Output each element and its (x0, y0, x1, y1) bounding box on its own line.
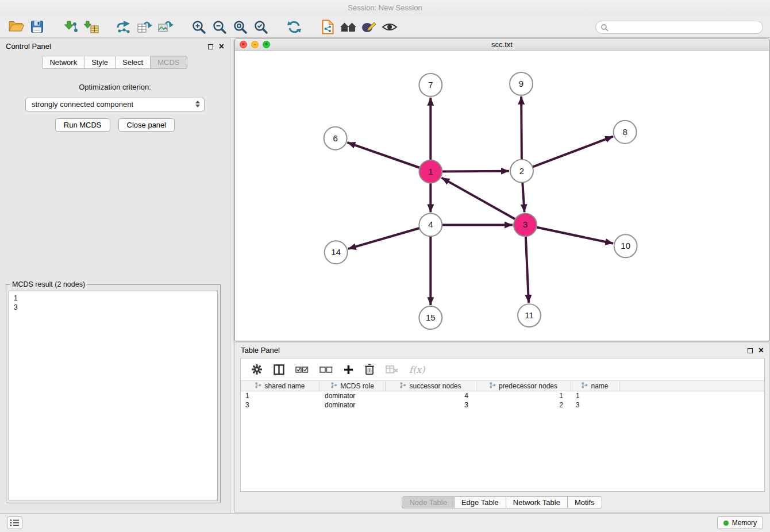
tab-node-table[interactable]: Node Table (402, 496, 455, 508)
column-header-successor-nodes[interactable]: successor nodes (386, 381, 476, 391)
node-10[interactable]: 10 (614, 234, 637, 257)
zoom-out-button[interactable] (209, 18, 230, 36)
import-table-button[interactable] (80, 18, 101, 36)
tab-network[interactable]: Network (42, 56, 84, 69)
tab-network-table[interactable]: Network Table (506, 496, 568, 508)
close-window-icon[interactable]: × (240, 41, 247, 48)
edge-3-10[interactable] (537, 228, 614, 244)
select-all-columns-button[interactable] (295, 365, 309, 374)
memory-button[interactable]: Memory (717, 516, 763, 529)
float-table-panel-icon[interactable] (748, 348, 753, 353)
trash-icon (364, 364, 375, 375)
node-6[interactable]: 6 (324, 127, 347, 150)
tab-edge-table[interactable]: Edge Table (454, 496, 506, 508)
column-label: MCDS role (340, 382, 374, 390)
column-header-name[interactable]: name (571, 381, 619, 391)
open-session-button[interactable] (6, 18, 26, 36)
node-11[interactable]: 11 (518, 304, 541, 327)
export-network-icon (116, 20, 132, 34)
delete-table-button[interactable] (386, 365, 398, 374)
export-table-icon (137, 20, 153, 34)
zoom-selected-button[interactable] (251, 18, 271, 36)
import-network-button[interactable] (60, 18, 80, 36)
export-image-button[interactable] (155, 18, 176, 36)
column-header-shared-name[interactable]: shared name (241, 381, 320, 391)
tab-style[interactable]: Style (84, 56, 116, 69)
task-history-button[interactable] (7, 516, 22, 529)
node-3[interactable]: 3 (514, 213, 537, 236)
zoom-fit-button[interactable] (230, 18, 251, 36)
cell-mcds-role[interactable]: dominator (320, 400, 386, 410)
cell-shared-name[interactable]: 1 (241, 391, 320, 400)
control-panel-tabs: NetworkStyleSelectMCDS (0, 56, 230, 69)
edge-2-8[interactable] (533, 136, 613, 167)
open-home-button[interactable] (338, 18, 359, 36)
show-columns-button[interactable] (274, 364, 284, 375)
minimize-window-icon[interactable]: - (251, 41, 259, 48)
refresh-layout-icon (287, 20, 302, 34)
search-input[interactable] (611, 24, 758, 32)
table-row[interactable]: 1dominator411 (241, 391, 764, 400)
edge-1-6[interactable] (347, 142, 419, 168)
unselect-all-columns-button[interactable] (319, 365, 333, 374)
cell-name[interactable]: 3 (571, 400, 619, 410)
node-15[interactable]: 15 (419, 306, 442, 329)
cell-name[interactable]: 1 (571, 391, 619, 400)
search-box[interactable] (595, 21, 763, 34)
plus-icon (344, 365, 353, 375)
node-9[interactable]: 9 (510, 72, 533, 95)
node-7[interactable]: 7 (419, 74, 442, 97)
add-column-button[interactable] (344, 365, 353, 375)
mcds-result-list[interactable]: 1 3 (9, 291, 218, 500)
delete-column-button[interactable] (364, 364, 375, 375)
node-8[interactable]: 8 (614, 121, 637, 144)
column-header-predecessor-nodes[interactable]: predecessor nodes (476, 381, 571, 391)
export-network-button[interactable] (114, 18, 134, 36)
function-builder-button[interactable]: f(x) (409, 364, 425, 375)
export-document-button[interactable] (317, 18, 338, 36)
import-network-icon (63, 20, 78, 34)
zoom-in-button[interactable] (188, 18, 209, 36)
svg-text:2: 2 (519, 166, 524, 176)
edge-2-3[interactable] (522, 183, 524, 213)
close-table-panel-icon[interactable]: × (759, 346, 764, 355)
tab-mcds[interactable]: MCDS (150, 56, 187, 69)
table-row[interactable]: 3dominator323 (241, 400, 764, 410)
run-mcds-button[interactable]: Run MCDS (55, 118, 110, 132)
show-hide-graphics-button[interactable] (379, 18, 400, 36)
style-paint-button[interactable] (359, 18, 379, 36)
maximize-window-icon[interactable]: + (263, 41, 270, 48)
save-session-button[interactable] (26, 18, 47, 36)
sort-icon (490, 382, 496, 390)
table-panel: Table Panel × (234, 342, 770, 513)
optimization-criterion-select[interactable]: strongly connected component (25, 98, 205, 111)
cell-successor-nodes[interactable]: 4 (386, 391, 476, 400)
tab-motifs[interactable]: Motifs (567, 496, 602, 508)
cell-mcds-role[interactable]: dominator (320, 391, 386, 400)
cell-successor-nodes[interactable]: 3 (386, 400, 476, 410)
edge-3-1[interactable] (441, 178, 515, 219)
network-canvas[interactable]: 7968124314101511 (235, 51, 769, 341)
node-2[interactable]: 2 (510, 160, 533, 183)
apply-layout-button[interactable] (284, 18, 305, 36)
node-1[interactable]: 1 (419, 160, 442, 183)
cell-shared-name[interactable]: 3 (241, 400, 320, 410)
svg-text:6: 6 (333, 133, 337, 143)
node-14[interactable]: 14 (325, 241, 348, 264)
edge-2-9[interactable] (521, 97, 522, 160)
sort-icon (255, 382, 261, 390)
edge-1-2[interactable] (442, 171, 509, 172)
table-header-row: shared nameMCDS rolesuccessor nodesprede… (241, 380, 764, 391)
cell-predecessor-nodes[interactable]: 1 (476, 391, 571, 400)
close-panel-button[interactable]: Close panel (118, 118, 175, 132)
cell-predecessor-nodes[interactable]: 2 (476, 400, 571, 410)
tab-select[interactable]: Select (115, 56, 151, 69)
column-header-mcds-role[interactable]: MCDS role (320, 381, 386, 391)
float-panel-icon[interactable] (208, 44, 213, 49)
node-4[interactable]: 4 (419, 213, 442, 236)
table-settings-button[interactable] (251, 364, 263, 375)
edge-3-11[interactable] (526, 236, 529, 303)
export-table-button[interactable] (134, 18, 155, 36)
close-panel-icon[interactable]: × (219, 42, 224, 51)
edge-4-14[interactable] (348, 228, 419, 249)
